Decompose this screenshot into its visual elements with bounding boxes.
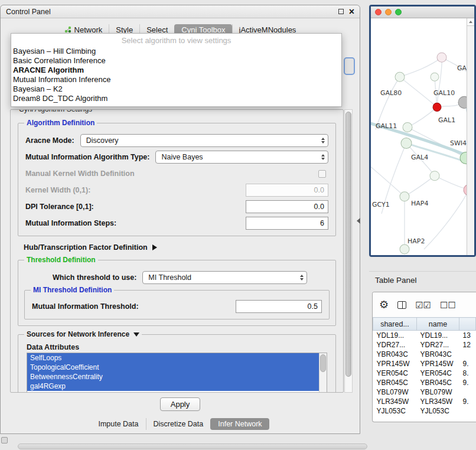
node-label-swi4: SWI4 <box>450 139 467 147</box>
attribute-item-gal4rgexp[interactable]: gal4RGexp <box>27 381 319 391</box>
bottom-tab-discretize-data[interactable]: Discretize Data <box>146 418 211 430</box>
network-edge[interactable] <box>437 57 442 107</box>
list-scrollbar-thumb[interactable] <box>320 354 326 372</box>
network-window-titlebar[interactable] <box>371 6 474 18</box>
algorithm-option-bayesian-k2[interactable]: Bayesian – K2 <box>11 84 341 94</box>
float-panel-icon[interactable] <box>338 9 344 14</box>
network-node-hap2[interactable] <box>400 244 409 254</box>
network-edge[interactable] <box>435 176 467 190</box>
column-header-name[interactable]: name <box>417 318 459 331</box>
partially-hidden-button[interactable] <box>344 57 355 75</box>
network-node[interactable] <box>430 171 439 181</box>
table-cell: YDR27... <box>417 340 459 350</box>
settings-scrollbar-thumb[interactable] <box>345 112 351 377</box>
close-traffic-light-button[interactable] <box>375 9 382 15</box>
column-header-blank[interactable] <box>459 318 476 331</box>
mi-steps-input[interactable] <box>246 217 328 230</box>
table-row[interactable]: YPR145WYPR145W9. <box>373 359 476 369</box>
bottom-tab-infer-network[interactable]: Infer Network <box>210 418 269 430</box>
table-cell: YLR345W <box>373 397 417 406</box>
sources-title[interactable]: Sources for Network Inference <box>24 330 142 338</box>
settings-scrollbar[interactable] <box>344 109 353 393</box>
attribute-items: SelfLoopsTopologicalCoefficientBetweenne… <box>27 353 327 391</box>
node-label-gal80: GAL80 <box>380 89 402 97</box>
scroll-up-arrow-icon[interactable] <box>467 18 474 26</box>
sources-title-label: Sources for Network Inference <box>27 330 129 338</box>
which-threshold-select[interactable]: MI Threshold <box>142 271 307 284</box>
table-cell: YLR345W <box>417 397 459 406</box>
table-row[interactable]: YLR345WYLR345W9. <box>373 397 476 406</box>
table-row[interactable]: YBL079WYBL079W <box>373 387 476 397</box>
network-node-gal10[interactable] <box>433 103 441 111</box>
mi-threshold-row: Mutual Information Threshold: <box>32 300 322 313</box>
select-all-checkboxes-icon[interactable]: ☑☑ <box>415 301 431 309</box>
network-edge[interactable] <box>376 77 400 129</box>
network-canvas[interactable]: GALGAL80GAL10GAL11GAL1SWI4GAL4GCY1HAP4HA… <box>371 18 474 255</box>
close-panel-icon[interactable]: × <box>349 8 354 16</box>
mi-algorithm-type-select[interactable]: Naive Bayes <box>155 151 328 164</box>
algorithm-option-dream8-dc-tdc-algorithm[interactable]: Dream8 DC_TDC Algorithm <box>11 94 341 103</box>
column-header-shared[interactable]: shared... <box>373 318 417 331</box>
data-attributes-list[interactable]: SelfLoopsTopologicalCoefficientBetweenne… <box>27 353 327 393</box>
network-node-gal4[interactable] <box>401 138 412 149</box>
network-node-hap4[interactable] <box>400 192 409 201</box>
network-node[interactable] <box>403 122 412 132</box>
hub-definition-toggle[interactable]: Hub/Transcription Factor Definition <box>24 243 330 252</box>
list-scrollbar[interactable] <box>319 353 327 393</box>
network-edge[interactable] <box>405 176 435 197</box>
node-label-hap2: HAP2 <box>407 237 425 245</box>
manual-kernel-width-checkbox[interactable] <box>318 170 326 178</box>
mi-algorithm-type-row: Mutual Information Algorithm Type: Naive… <box>25 151 328 164</box>
aracne-mode-select[interactable]: Discovery <box>80 134 328 147</box>
mi-threshold-label: Mutual Information Threshold: <box>32 302 139 311</box>
panel-splitter-arrow[interactable] <box>357 218 360 224</box>
attribute-item-betweennesscentrality[interactable]: BetweennessCentrality <box>27 372 319 381</box>
network-node[interactable] <box>395 72 405 81</box>
minimize-traffic-light-button[interactable] <box>385 9 392 15</box>
algorithm-option-basic-correlation-inference[interactable]: Basic Correlation Inference <box>11 56 341 66</box>
network-node[interactable] <box>437 53 446 62</box>
which-threshold-value: MI Threshold <box>148 273 191 282</box>
apply-button[interactable]: Apply <box>160 397 201 411</box>
table-cell: YER054C <box>373 369 417 378</box>
dpi-tolerance-row: DPI Tolerance [0,1]: <box>25 200 328 213</box>
mi-threshold-definition-group: MI Threshold Definition Mutual Informati… <box>24 290 330 319</box>
zoom-traffic-light-button[interactable] <box>395 9 402 15</box>
clear-checkboxes-icon[interactable]: ☐☐ <box>440 301 456 309</box>
table-row[interactable]: YBR043CYBR043C <box>373 350 476 359</box>
table-row[interactable]: YBR045CYBR045C9. <box>373 378 476 387</box>
network-edge[interactable] <box>400 77 437 107</box>
aracne-mode-row: Aracne Mode: Discovery <box>25 134 328 147</box>
columns-icon[interactable] <box>397 301 406 309</box>
dpi-tolerance-input[interactable] <box>246 200 328 213</box>
table-header-row: shared...name <box>373 318 476 331</box>
table-row[interactable]: YDR27...YDR27...12 <box>373 340 476 350</box>
network-node[interactable] <box>458 96 467 108</box>
gear-icon[interactable]: ⚙ <box>379 299 389 310</box>
horizontal-scrollbar[interactable] <box>18 444 367 449</box>
table-cell <box>459 406 476 416</box>
algorithm-option-mutual-information-inference[interactable]: Mutual Information Inference <box>11 75 341 84</box>
kernel-width-row: Kernel Width (0,1): <box>25 184 328 197</box>
mi-threshold-input[interactable] <box>236 300 322 313</box>
kernel-width-input[interactable] <box>246 184 328 197</box>
table-row[interactable]: YER054CYER054C8. <box>373 369 476 378</box>
table-row[interactable]: YJL053CYJL053C <box>373 406 476 416</box>
network-node[interactable] <box>431 73 439 81</box>
network-scrollbar[interactable] <box>467 18 474 255</box>
dropdown-items: Bayesian – Hill ClimbingBasic Correlatio… <box>11 47 341 103</box>
network-edge[interactable] <box>407 107 437 127</box>
algorithm-option-aracne-algorithm[interactable]: ARACNE Algorithm <box>11 66 341 75</box>
algorithm-dropdown-popup: Select algorithm to view settings Bayesi… <box>11 33 342 107</box>
collapse-arrow-icon <box>133 332 139 337</box>
bottom-tab-impute-data[interactable]: Impute Data <box>91 418 145 430</box>
attribute-item-topologicalcoefficient[interactable]: TopologicalCoefficient <box>27 363 319 372</box>
algorithm-option-bayesian-hill-climbing[interactable]: Bayesian – Hill Climbing <box>11 47 341 56</box>
attribute-item-selfloops[interactable]: SelfLoops <box>27 353 319 363</box>
table-cell <box>459 387 476 397</box>
table-row[interactable]: YDL19...YDL19...13 <box>373 331 476 341</box>
hub-definition-label: Hub/Transcription Factor Definition <box>24 243 148 252</box>
network-edge[interactable] <box>424 190 467 249</box>
network-tab-icon <box>64 26 71 33</box>
node-label-gal1: GAL1 <box>438 116 455 124</box>
